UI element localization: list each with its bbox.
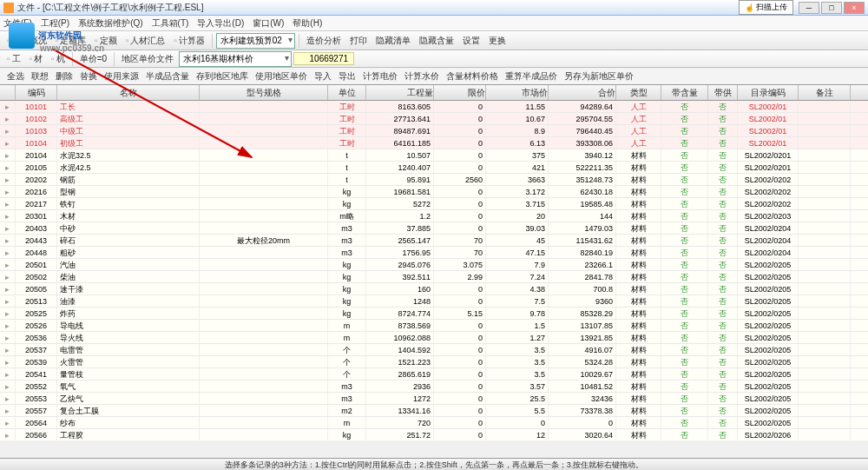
cell-name[interactable]: 钢筋 <box>57 174 200 185</box>
cell-sup[interactable]: 否 <box>708 101 738 112</box>
cell-sum[interactable]: 85328.29 <box>549 308 616 319</box>
cell-hq[interactable]: 否 <box>661 247 708 258</box>
cell-market[interactable]: 47.15 <box>486 247 549 258</box>
cell-type[interactable]: 材料 <box>616 332 661 343</box>
cell-limit[interactable]: 0 <box>434 381 486 392</box>
cell-spec[interactable] <box>200 356 328 367</box>
cell-remark[interactable] <box>799 149 851 161</box>
cell-limit[interactable]: 0 <box>434 356 486 367</box>
cell-type[interactable]: 人工 <box>616 101 661 112</box>
hdr-sup[interactable]: 带供 <box>708 85 738 100</box>
cell-unit[interactable]: m <box>328 417 366 428</box>
cell-code[interactable]: 20216 <box>16 186 57 197</box>
cell-sum[interactable]: 393308.06 <box>549 137 616 149</box>
cell-cat[interactable]: SL2002/0202 <box>738 186 799 197</box>
cell-qty[interactable]: 720 <box>366 417 434 428</box>
table-row[interactable]: ▸20301木材m略1.2020144材料否否SL2002/0203 <box>0 210 868 222</box>
menu-import-export[interactable]: 导入导出(D) <box>197 17 244 30</box>
cell-unit[interactable]: 工时 <box>328 137 366 149</box>
cell-sup[interactable]: 否 <box>708 235 738 246</box>
cell-cat[interactable]: SL2002/0205 <box>738 283 799 295</box>
cell-sum[interactable]: 13921.85 <box>549 332 616 343</box>
cell-hq[interactable]: 否 <box>661 417 708 428</box>
cell-qty[interactable]: 8724.774 <box>366 308 434 319</box>
hdr-row[interactable] <box>0 85 16 100</box>
cell-market[interactable]: 12 <box>486 429 549 440</box>
cell-sum[interactable]: 144 <box>549 210 616 222</box>
cell-unit[interactable]: m3 <box>328 381 366 392</box>
data-grid[interactable]: 编码 名称 型号规格 单位 工程量 限价 市场价 合价 类型 带含量 带供 目录… <box>0 85 868 440</box>
table-row[interactable]: ▸20525炸药kg8724.7745.159.7885328.29材料否否SL… <box>0 308 868 320</box>
cell-sup[interactable]: 否 <box>708 162 738 173</box>
cell-sum[interactable]: 522211.35 <box>549 162 616 173</box>
cell-hq[interactable]: 否 <box>661 186 708 197</box>
act-semi-qty[interactable]: 半成品含量 <box>142 69 193 84</box>
cell-remark[interactable] <box>799 101 851 112</box>
cell-sup[interactable]: 否 <box>708 113 738 124</box>
minimize-button[interactable]: ─ <box>799 2 819 14</box>
cell-spec[interactable] <box>200 222 328 234</box>
cell-type[interactable]: 人工 <box>616 125 661 136</box>
cell-type[interactable]: 材料 <box>616 210 661 222</box>
cell-cat[interactable]: SL2002/0205 <box>738 417 799 428</box>
act-replace[interactable]: 替换 <box>76 69 101 84</box>
cell-cat[interactable]: SL2002/0205 <box>738 405 799 416</box>
scan-upload-button[interactable]: 扫描上传 <box>739 0 793 15</box>
cell-cat[interactable]: SL2002/0205 <box>738 393 799 404</box>
cell-sum[interactable]: 94289.64 <box>549 101 616 112</box>
cell-type[interactable]: 材料 <box>616 235 661 246</box>
cell-sum[interactable]: 0 <box>549 417 616 428</box>
cell-name[interactable]: 工程胶 <box>57 429 200 440</box>
cell-unit[interactable]: m3 <box>328 235 366 246</box>
table-row[interactable]: ▸20526导电线m8738.56901.513107.85材料否否SL2002… <box>0 320 868 332</box>
cell-code[interactable]: 20443 <box>16 235 57 246</box>
act-recalc-semi[interactable]: 重算半成品价 <box>502 69 561 84</box>
table-row[interactable]: ▸10102高级工工时27713.641010.67295704.55人工否否S… <box>0 113 868 125</box>
hdr-hq[interactable]: 带含量 <box>661 85 708 100</box>
cell-sum[interactable]: 13107.85 <box>549 320 616 331</box>
cell-hq[interactable]: 否 <box>661 405 708 416</box>
cell-type[interactable]: 材料 <box>616 259 661 270</box>
tb2-btn-unitzero[interactable]: 单价=0 <box>76 51 110 67</box>
table-row[interactable]: ▸10103中级工工时89487.69108.9796440.45人工否否SL2… <box>0 125 868 137</box>
cell-type[interactable]: 材料 <box>616 405 661 416</box>
cell-hq[interactable]: 否 <box>661 113 708 124</box>
cell-market[interactable]: 39.03 <box>486 222 549 234</box>
cell-hq[interactable]: 否 <box>661 137 708 149</box>
cell-remark[interactable] <box>799 247 851 258</box>
cell-qty[interactable]: 2945.076 <box>366 259 434 270</box>
cell-sup[interactable]: 否 <box>708 308 738 319</box>
cell-sum[interactable]: 9360 <box>549 295 616 307</box>
cell-remark[interactable] <box>799 198 851 209</box>
cell-unit[interactable]: 个 <box>328 356 366 367</box>
cell-hq[interactable]: 否 <box>661 393 708 404</box>
cell-name[interactable]: 高级工 <box>57 113 200 124</box>
cell-market[interactable]: 3.5 <box>486 344 549 355</box>
cell-qty[interactable]: 64161.185 <box>366 137 434 149</box>
cell-type[interactable]: 材料 <box>616 271 661 282</box>
cell-name[interactable]: 木材 <box>57 210 200 222</box>
cell-code[interactable]: 20525 <box>16 308 57 319</box>
cell-sum[interactable]: 10029.67 <box>549 368 616 380</box>
btn-change[interactable]: 更换 <box>485 33 510 49</box>
cell-name[interactable]: 量管枝 <box>57 368 200 380</box>
cell-spec[interactable] <box>200 308 328 319</box>
cell-sum[interactable]: 62430.18 <box>549 186 616 197</box>
table-row[interactable]: ▸20448粗砂m31756.957047.1582840.19材料否否SL20… <box>0 247 868 259</box>
cell-qty[interactable]: 8163.605 <box>366 101 434 112</box>
cell-qty[interactable]: 2936 <box>366 381 434 392</box>
cell-hq[interactable]: 否 <box>661 101 708 112</box>
cell-unit[interactable]: m <box>328 332 366 343</box>
cell-sum[interactable]: 5324.28 <box>549 356 616 367</box>
cell-remark[interactable] <box>799 137 851 149</box>
cell-sup[interactable]: 否 <box>708 381 738 392</box>
region-price-combo[interactable]: 水利16基期材料价 <box>179 51 292 67</box>
cell-name[interactable]: 柴油 <box>57 271 200 282</box>
cell-name[interactable]: 导电线 <box>57 320 200 331</box>
cell-market[interactable]: 3.57 <box>486 381 549 392</box>
cell-sum[interactable]: 2841.78 <box>549 271 616 282</box>
cell-sum[interactable]: 796440.45 <box>549 125 616 136</box>
cell-unit[interactable]: t <box>328 174 366 185</box>
cell-name[interactable]: 初级工 <box>57 137 200 149</box>
cell-type[interactable]: 材料 <box>616 162 661 173</box>
